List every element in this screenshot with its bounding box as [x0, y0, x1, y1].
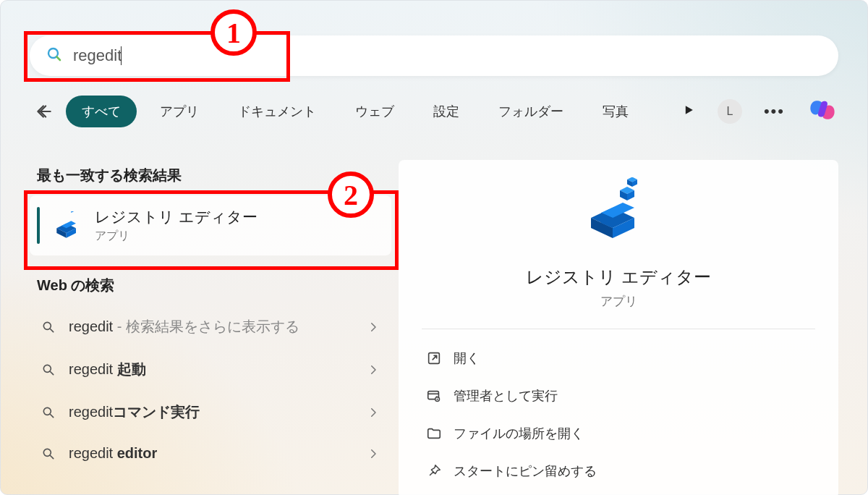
best-match-title: レジストリ エディター [95, 207, 258, 227]
action-pin-start[interactable]: スタートにピン留めする [407, 452, 830, 490]
pin-icon [426, 463, 442, 479]
admin-icon [426, 388, 442, 404]
details-column: レジストリ エディター アプリ 開く 管理者として実行 ファイルの場所を開く [399, 145, 838, 494]
action-open-location[interactable]: ファイルの場所を開く [407, 415, 830, 452]
best-match-subtitle: アプリ [95, 229, 258, 244]
best-match-text: レジストリ エディター アプリ [95, 207, 258, 244]
svg-point-4 [43, 365, 51, 372]
web-results-list: regedit - 検索結果をさらに表示する regedit 起動 regedi… [30, 305, 391, 473]
play-icon[interactable] [681, 103, 696, 120]
more-icon[interactable]: ••• [764, 102, 785, 121]
web-result-0[interactable]: regedit - 検索結果をさらに表示する [30, 305, 391, 348]
svg-point-3 [43, 322, 51, 329]
web-search-heading: Web の検索 [37, 276, 391, 295]
search-bar-container: regedit [30, 35, 838, 76]
filter-tabs-row: すべて アプリ ドキュメント ウェブ 設定 フォルダー 写真 L ••• [30, 93, 838, 130]
copilot-icon[interactable] [807, 94, 838, 129]
tab-settings[interactable]: 設定 [417, 96, 475, 127]
action-label: 開く [454, 350, 480, 367]
details-header: レジストリ エディター アプリ [422, 177, 815, 329]
svg-rect-1 [71, 211, 76, 213]
user-avatar[interactable]: L [718, 99, 742, 124]
search-bar[interactable]: regedit [30, 35, 838, 76]
action-list: 開く 管理者として実行 ファイルの場所を開く スタートにピン留めする [407, 339, 830, 490]
regedit-icon-large [584, 177, 653, 247]
search-icon [41, 447, 56, 461]
regedit-icon [54, 211, 83, 240]
web-result-label: regedit 起動 [69, 360, 354, 379]
best-match-heading: 最も一致する検索結果 [37, 166, 391, 185]
action-run-admin[interactable]: 管理者として実行 [407, 377, 830, 415]
details-title: レジストリ エディター [526, 266, 711, 289]
action-label: ファイルの場所を開く [454, 425, 584, 442]
chevron-right-icon [367, 321, 380, 334]
details-panel: レジストリ エディター アプリ 開く 管理者として実行 ファイルの場所を開く [399, 160, 838, 495]
svg-point-6 [43, 449, 51, 456]
search-window: regedit すべて アプリ ドキュメント ウェブ 設定 フォルダー 写真 L… [0, 0, 868, 495]
tab-apps[interactable]: アプリ [144, 96, 215, 127]
web-result-label: regedit - 検索結果をさらに表示する [69, 317, 354, 337]
action-label: 管理者として実行 [454, 387, 558, 405]
web-result-label: regeditコマンド実行 [69, 402, 354, 422]
web-result-2[interactable]: regeditコマンド実行 [30, 391, 391, 433]
chevron-right-icon [367, 447, 380, 460]
toolbar-right: L ••• [681, 94, 838, 129]
tab-web[interactable]: ウェブ [339, 96, 410, 127]
open-icon [426, 350, 442, 366]
search-icon [41, 405, 56, 420]
back-button[interactable] [30, 97, 59, 126]
web-result-1[interactable]: regedit 起動 [30, 348, 391, 391]
tab-all[interactable]: すべて [66, 96, 137, 127]
tab-photos[interactable]: 写真 [587, 96, 644, 127]
folder-icon [426, 426, 442, 441]
svg-point-5 [43, 407, 51, 415]
tab-documents[interactable]: ドキュメント [222, 96, 332, 127]
details-subtitle: アプリ [600, 293, 637, 310]
best-match-result[interactable]: レジストリ エディター アプリ [30, 195, 391, 255]
content-columns: 最も一致する検索結果 [30, 145, 838, 494]
search-icon [41, 363, 56, 377]
action-open[interactable]: 開く [407, 339, 830, 377]
chevron-right-icon [367, 406, 380, 419]
search-icon [41, 320, 56, 334]
action-label: スタートにピン留めする [454, 462, 597, 480]
chevron-right-icon [367, 363, 380, 376]
tab-folders[interactable]: フォルダー [482, 96, 579, 127]
web-result-3[interactable]: regedit editor [30, 433, 391, 473]
selection-accent [37, 207, 40, 244]
results-column: 最も一致する検索結果 [30, 145, 391, 494]
web-result-label: regedit editor [69, 445, 354, 462]
